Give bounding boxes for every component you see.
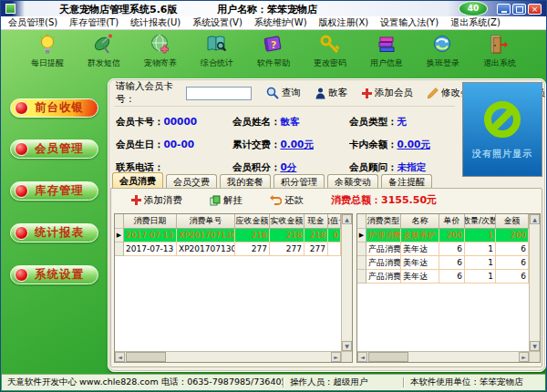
horizontal-scrollbar[interactable]: ◄ ►: [357, 351, 529, 362]
menu-item-member[interactable]: 会员管理(S): [8, 16, 57, 29]
toolbar-label: 每日提醒: [31, 57, 64, 69]
table-row[interactable]: 2017-07-13 14:XP201707130001277277277: [115, 242, 341, 256]
scroll-left-icon[interactable]: ◄: [115, 352, 125, 362]
help-book-icon: ?: [263, 34, 284, 56]
column-header[interactable]: 数量/次数: [465, 214, 496, 229]
toolbar-item-daily-reminder[interactable]: 每日提醒: [19, 29, 76, 74]
scroll-up-icon[interactable]: ▲: [530, 214, 540, 224]
scroll-up-icon[interactable]: ▲: [342, 214, 352, 224]
row-indicator-header: [115, 214, 124, 229]
scroll-down-icon[interactable]: ▼: [530, 341, 540, 351]
toolbar-item-user-info[interactable]: 用户信息: [358, 29, 415, 74]
column-header[interactable]: 金额: [496, 214, 529, 229]
status-unit: 本软件使用单位：笨笨宠物店: [405, 377, 545, 388]
close-button[interactable]: ×: [528, 4, 542, 15]
menubar: 会员管理(S) 库存管理(T) 统计报表(U) 系统设置(V) 系统维护(W) …: [1, 16, 546, 30]
row-indicator: [115, 242, 124, 256]
repay-button[interactable]: 还款: [270, 194, 304, 207]
restore-button[interactable]: [512, 4, 526, 15]
toolbar-item-help[interactable]: ? 软件帮助: [245, 29, 302, 74]
lightbulb-icon: [37, 34, 57, 56]
points-link[interactable]: 0分: [281, 161, 297, 172]
member-name-label: 会员姓名：: [232, 116, 281, 127]
no-photo-icon: [481, 98, 523, 140]
minimize-button[interactable]: [497, 4, 511, 15]
card-balance-link[interactable]: 0.00元: [397, 139, 430, 150]
toolbar-label: 软件帮助: [257, 57, 290, 69]
table-cell: 6: [439, 270, 465, 284]
table-cell: 美年达: [401, 256, 439, 270]
column-header[interactable]: 实收金额: [270, 214, 304, 229]
sidebar-item-members[interactable]: 会员管理: [10, 139, 98, 159]
menu-item-register[interactable]: 版权注册(X): [319, 16, 369, 29]
sidebar-item-reports[interactable]: 统计报表: [10, 223, 98, 242]
total-paid-link[interactable]: 0.00元: [281, 139, 314, 150]
column-header[interactable]: 储值卡: [328, 214, 341, 229]
add-consume-button[interactable]: 添加消费: [131, 194, 182, 207]
total-paid-label: 累计交费：: [232, 139, 281, 150]
horizontal-scrollbar[interactable]: ◄ ►: [115, 351, 341, 362]
toolbar-label: 综合统计: [201, 57, 233, 69]
menu-item-maintenance[interactable]: 系统维护(W): [254, 16, 307, 29]
points-label: 会员积分：: [232, 161, 281, 172]
table-cell: 218: [304, 229, 328, 242]
release-hold-button[interactable]: 解挂: [210, 194, 243, 207]
column-header[interactable]: 消费单号: [177, 214, 235, 229]
add-member-button[interactable]: 添加会员: [362, 87, 413, 99]
table-row[interactable]: 产品消费美年达616: [357, 242, 529, 256]
toolbar-item-shift-login[interactable]: 换班登录: [415, 29, 471, 74]
sidebar-item-inventory[interactable]: 库存管理: [10, 181, 98, 201]
toolbar-item-mass-sms[interactable]: 群发短信: [76, 29, 132, 74]
red-sphere-icon: [15, 142, 28, 156]
menu-item-inventory[interactable]: 库存管理(T): [69, 16, 119, 29]
vertical-scrollbar[interactable]: ▲ ▼: [341, 214, 352, 351]
vertical-scrollbar[interactable]: ▲ ▼: [529, 214, 540, 351]
total-consumption-value: 3155.50元: [381, 194, 437, 206]
table-row[interactable]: ▶2017-07-13 14:XP2017071300022182182180: [115, 229, 341, 242]
column-header[interactable]: 消费日期: [124, 214, 177, 229]
scroll-left-icon[interactable]: ◄: [357, 352, 367, 362]
column-header[interactable]: 单价: [439, 214, 465, 229]
table-row[interactable]: ▶护理消费皮肤养护2001200: [357, 229, 529, 242]
toolbar-item-statistics[interactable]: 综合统计: [189, 29, 245, 74]
toolbar-label: 更改密码: [314, 57, 346, 69]
column-header[interactable]: 消费类型: [366, 214, 401, 229]
scroll-right-icon[interactable]: ►: [519, 352, 529, 362]
scroll-down-icon[interactable]: ▼: [342, 341, 352, 351]
table-row[interactable]: 产品消费美年达616: [357, 256, 529, 270]
toolbar-item-pet-boarding[interactable]: 宠物寄养: [132, 29, 189, 74]
column-header[interactable]: 现金: [304, 214, 328, 229]
menu-item-settings[interactable]: 系统设置(V): [192, 16, 243, 29]
scroll-right-icon[interactable]: ►: [331, 352, 341, 362]
menu-item-reports[interactable]: 统计报表(U): [130, 16, 181, 29]
walkin-button[interactable]: 散客: [315, 87, 347, 99]
table-header-row: 消费类型名称单价数量/次数金额: [357, 214, 529, 229]
restore-icon: [516, 6, 523, 13]
sidebar-item-settings[interactable]: 系统设置: [10, 265, 98, 284]
column-header[interactable]: 名称: [401, 214, 439, 229]
status-operator: 操作人员：超级用户: [284, 377, 403, 388]
sidebar-item-cashier[interactable]: 前台收银: [10, 98, 98, 118]
query-button[interactable]: 查询: [266, 87, 301, 99]
menu-item-exit[interactable]: 退出系统(Z): [450, 16, 501, 29]
phone-label: 联系电话：: [116, 161, 164, 172]
scrollbar-corner: [341, 351, 352, 362]
toolbar-item-exit[interactable]: 退出系统: [471, 29, 528, 74]
toolbar-item-change-password[interactable]: 更改密码: [302, 29, 358, 74]
menu-item-input-method[interactable]: 设置输入法(Y): [380, 16, 439, 29]
pencil-icon: [428, 88, 439, 98]
advisor-value: 未指定: [397, 161, 427, 172]
toolbar-label: 退出系统: [483, 57, 516, 69]
scrollbar-thumb[interactable]: [368, 352, 408, 362]
table-cell: 美年达: [401, 242, 439, 256]
member-birthday-label: 会员生日：: [116, 139, 164, 150]
column-header[interactable]: 应收金额: [235, 214, 270, 229]
member-card-label: 会员卡号：: [116, 116, 164, 127]
card-number-input[interactable]: [186, 87, 252, 100]
card-balance-label: 卡内余额：: [349, 139, 397, 150]
table-cell: 277: [235, 242, 270, 256]
row-indicator: ▶: [357, 229, 366, 242]
scrollbar-corner: [529, 351, 540, 362]
table-row[interactable]: 产品消费美年达616: [357, 270, 529, 284]
scrollbar-thumb[interactable]: [126, 352, 166, 362]
